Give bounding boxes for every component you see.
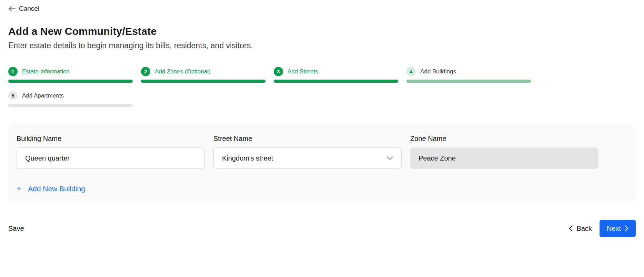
step-progress-bar [8, 104, 133, 107]
step-progress-bar [141, 80, 265, 83]
arrow-left-icon [8, 6, 16, 12]
step-number-badge: 5 [8, 91, 18, 100]
stepper-step-5[interactable]: 5 Add Apartments [8, 91, 133, 107]
street-name-select[interactable]: Kingdom's street [213, 147, 402, 169]
save-button[interactable]: Save [8, 225, 24, 233]
step-number-badge: 1 [8, 67, 18, 76]
step-head: 2 Add Zones (Optional) [141, 67, 265, 76]
step-progress-bar [406, 80, 531, 83]
zone-name-field-disabled: Peace Zone [410, 147, 598, 169]
chevron-left-icon [569, 225, 573, 232]
step-progress-bar [8, 80, 133, 83]
back-label: Back [576, 225, 592, 233]
step-label: Add Streets [288, 68, 318, 75]
step-number: 4 [410, 69, 412, 74]
step-number: 2 [144, 69, 147, 74]
step-label: Add Zones (Optional) [155, 68, 211, 75]
step-head: 5 Add Apartments [8, 91, 133, 100]
footer-right-group: Back Next [569, 220, 636, 237]
step-number-badge: 4 [406, 67, 416, 76]
next-button[interactable]: Next [600, 220, 636, 237]
stepper: 1 Estate Information 2 Add Zones (Option… [8, 67, 636, 107]
zone-name-field-group: Zone Name Peace Zone [410, 135, 598, 169]
add-new-building-label: Add New Building [28, 185, 85, 193]
cancel-label: Cancel [19, 5, 39, 12]
plus-icon: + [17, 185, 21, 193]
step-number-badge: 2 [141, 67, 150, 76]
street-name-label: Street Name [213, 135, 402, 142]
step-label: Estate Information [22, 68, 70, 75]
form-fields-row: Building Name Street Name Kingdom's stre… [17, 135, 627, 169]
zone-name-label: Zone Name [410, 135, 598, 142]
back-button[interactable]: Back [569, 225, 592, 233]
step-head: 1 Estate Information [8, 67, 133, 76]
building-name-input[interactable] [17, 147, 205, 169]
step-number: 5 [11, 93, 14, 99]
step-label: Add Buildings [420, 68, 456, 75]
step-progress-bar [274, 80, 398, 83]
zone-name-value: Peace Zone [419, 154, 456, 162]
step-number-badge: 3 [274, 67, 283, 76]
add-estate-page: Cancel Add a New Community/Estate Enter … [0, 0, 644, 237]
building-form-card: Building Name Street Name Kingdom's stre… [8, 124, 636, 203]
cancel-button[interactable]: Cancel [8, 5, 39, 12]
step-head: 4 Add Buildings [406, 67, 531, 76]
page-title: Add a New Community/Estate [8, 25, 636, 37]
building-name-field-group: Building Name [17, 135, 205, 169]
stepper-step-2[interactable]: 2 Add Zones (Optional) [141, 67, 265, 83]
footer-actions: Save Back Next [8, 220, 636, 237]
step-label: Add Apartments [22, 92, 64, 99]
next-label: Next [607, 225, 621, 233]
chevron-down-icon [387, 156, 393, 160]
stepper-step-3[interactable]: 3 Add Streets [274, 67, 398, 83]
building-name-label: Building Name [17, 135, 205, 142]
add-new-building-button[interactable]: + Add New Building [17, 185, 85, 193]
page-subtitle: Enter estate details to begin managing i… [8, 41, 636, 50]
step-head: 3 Add Streets [274, 67, 398, 76]
street-name-selected-value: Kingdom's street [222, 154, 273, 162]
stepper-step-1[interactable]: 1 Estate Information [8, 67, 133, 83]
step-number: 3 [277, 69, 280, 74]
step-number: 1 [11, 69, 14, 74]
chevron-right-icon [625, 225, 628, 232]
street-name-field-group: Street Name Kingdom's street [213, 135, 402, 169]
stepper-step-4[interactable]: 4 Add Buildings [406, 67, 531, 83]
